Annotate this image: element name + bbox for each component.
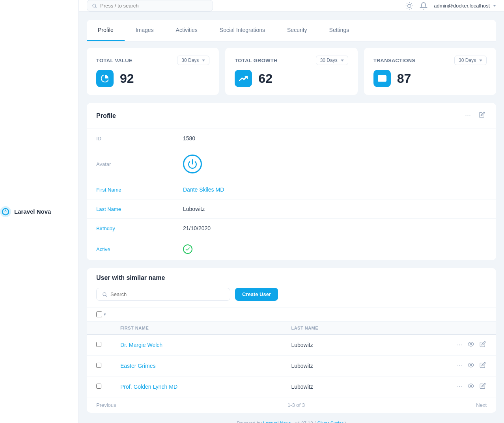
search-input[interactable] — [100, 3, 208, 9]
row-edit-btn-1[interactable] — [479, 361, 487, 371]
table-toolbar: ▾ — [87, 307, 496, 322]
profile-table: ID 1580 Avatar — [87, 129, 496, 260]
tab-profile[interactable]: Profile — [87, 20, 125, 41]
table-search[interactable] — [96, 288, 230, 301]
col-first-name[interactable]: FIRST NAME — [111, 322, 282, 335]
profile-row-first-name: First Name Dante Skiles MD — [87, 180, 496, 199]
profile-row-active: Active — [87, 238, 496, 260]
tab-security[interactable]: Security — [276, 20, 318, 41]
global-search[interactable] — [87, 0, 213, 11]
svg-line-16 — [411, 3, 412, 4]
row-first-name-2[interactable]: Prof. Golden Lynch MD — [120, 384, 177, 390]
tab-social-integrations[interactable]: Social Integrations — [209, 20, 276, 41]
table-row: Dr. Margie Welch Lubowitz ··· — [87, 335, 496, 356]
user-menu-chevron — [493, 5, 496, 7]
footer-theme-end: ) — [345, 421, 346, 423]
user-label: admin@docker.localhost — [434, 3, 490, 9]
profile-row-avatar: Avatar — [87, 148, 496, 180]
profile-value-first-name[interactable]: Dante Skiles MD — [183, 186, 224, 193]
profile-label-first-name: First Name — [96, 187, 183, 193]
active-status-icon — [183, 244, 192, 254]
row-more-btn-1[interactable]: ··· — [456, 362, 463, 370]
select-dropdown-arrow[interactable]: ▾ — [104, 312, 106, 317]
profile-label-last-name: Last Name — [96, 206, 183, 212]
footer-nova-link[interactable]: Laravel Nova — [263, 421, 291, 423]
profile-label-active: Active — [96, 246, 183, 252]
stat-dropdown-1[interactable]: 30 Days — [177, 56, 209, 65]
row-view-btn-1[interactable] — [467, 361, 475, 371]
profile-value-id: 1580 — [183, 135, 195, 142]
svg-point-22 — [470, 364, 472, 366]
table-search-icon — [102, 292, 107, 297]
sidebar-logo: Laravel Nova — [0, 0, 79, 423]
row-first-name-1[interactable]: Easter Grimes — [120, 363, 155, 369]
arrow-up-icon — [239, 74, 248, 83]
row-more-btn-0[interactable]: ··· — [456, 341, 463, 349]
row-checkbox-0[interactable] — [96, 342, 101, 347]
create-user-button[interactable]: Create User — [235, 288, 278, 301]
similar-section-title: User with similar name — [96, 274, 165, 281]
stat-dropdown-2[interactable]: 30 Days — [316, 56, 348, 65]
pie-icon — [101, 74, 109, 83]
profile-more-btn[interactable]: ··· — [463, 110, 472, 121]
stat-dropdown-3[interactable]: 30 Days — [454, 56, 487, 65]
tabs-container: Profile Images Activities Social Integra… — [87, 20, 496, 41]
profile-label-birthday: Birthday — [96, 225, 183, 231]
svg-line-12 — [411, 8, 412, 8]
tab-settings[interactable]: Settings — [318, 20, 360, 41]
row-edit-btn-2[interactable] — [479, 382, 487, 391]
theme-toggle-icon[interactable] — [405, 2, 413, 10]
user-menu[interactable]: admin@docker.localhost — [434, 3, 496, 9]
pagination-info: 1-3 of 3 — [287, 402, 305, 408]
dropdown-chevron-3 — [479, 60, 482, 61]
svg-rect-17 — [378, 76, 386, 82]
svg-point-21 — [470, 343, 472, 345]
row-checkbox-1[interactable] — [96, 363, 101, 368]
row-last-name-0: Lubowitz — [291, 342, 313, 348]
dropdown-chevron-2 — [341, 60, 344, 61]
edit-icon — [479, 112, 485, 118]
footer-theme-link[interactable]: Silver Surfer — [317, 421, 343, 423]
avatar — [183, 155, 202, 173]
notification-icon[interactable] — [420, 2, 427, 10]
footer-version: · v4.27.12 ( — [292, 421, 316, 423]
row-view-btn-0[interactable] — [467, 340, 475, 350]
row-more-btn-2[interactable]: ··· — [456, 382, 463, 391]
profile-row-birthday: Birthday 21/10/2020 — [87, 219, 496, 238]
profile-edit-btn[interactable] — [477, 110, 487, 121]
footer: Powered by Laravel Nova · v4.27.12 ( Sil… — [87, 413, 496, 423]
stat-title-1: Total Value — [96, 58, 133, 63]
row-first-name-0[interactable]: Dr. Margie Welch — [120, 342, 162, 348]
profile-value-birthday: 21/10/2020 — [183, 225, 211, 231]
tab-images[interactable]: Images — [125, 20, 165, 41]
footer-powered-by: Powered by — [237, 421, 261, 423]
prev-page-button[interactable]: Previous — [96, 402, 116, 408]
row-edit-btn-0[interactable] — [479, 340, 487, 350]
dropdown-chevron-1 — [202, 60, 205, 61]
row-checkbox-2[interactable] — [96, 384, 101, 389]
stats-row: Total Value 30 Days 9 — [87, 48, 496, 95]
tab-activities[interactable]: Activities — [165, 20, 209, 41]
next-page-button[interactable]: Next — [476, 402, 487, 408]
profile-label-id: ID — [96, 136, 183, 142]
stat-icon-box-1 — [96, 70, 114, 87]
stat-icon-box-2 — [235, 70, 252, 87]
profile-section-title: Profile — [96, 112, 116, 119]
svg-point-0 — [0, 206, 11, 217]
search-icon — [92, 3, 97, 9]
similar-users-table: FIRST NAME LAST NAME Dr. Margie Welch Lu… — [87, 322, 496, 397]
svg-line-11 — [407, 3, 407, 4]
select-all-checkbox[interactable] — [96, 311, 102, 317]
stat-title-2: Total Growth — [235, 58, 277, 63]
col-last-name[interactable]: LAST NAME — [282, 322, 385, 335]
col-actions — [385, 322, 496, 335]
row-last-name-1: Lubowitz — [291, 363, 313, 369]
select-all-wrap[interactable]: ▾ — [96, 311, 106, 317]
col-checkbox — [87, 322, 111, 335]
stat-card-total-growth: Total Growth 30 Days — [225, 48, 357, 95]
row-view-btn-2[interactable] — [467, 382, 475, 391]
logo-icon — [0, 206, 11, 217]
table-search-input[interactable] — [110, 291, 224, 297]
stat-value-1: 92 — [120, 71, 134, 86]
profile-value-last-name: Lubowitz — [183, 206, 205, 212]
